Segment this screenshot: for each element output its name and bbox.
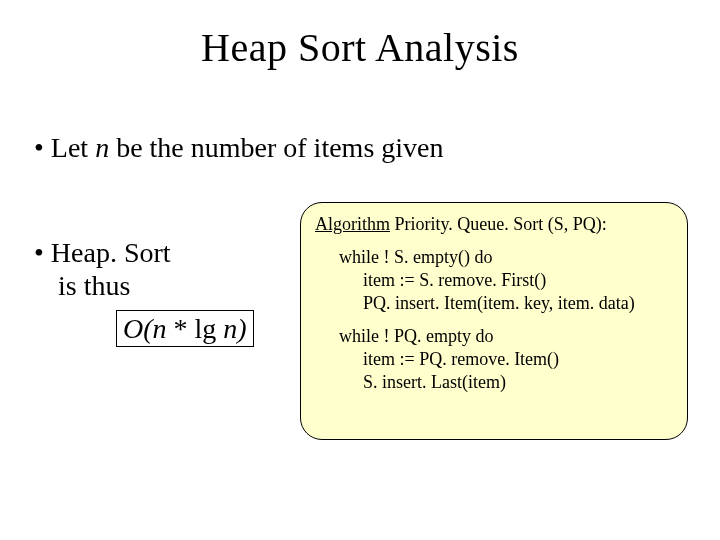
slide-title: Heap Sort Analysis (0, 24, 720, 71)
algorithm-signature: Priority. Queue. Sort (S, PQ): (390, 214, 607, 234)
algo-line-5: item := PQ. remove. Item() (315, 348, 675, 371)
algorithm-block-1: while ! S. empty() do item := S. remove.… (315, 246, 675, 315)
bullet-2-line2: is thus (58, 270, 130, 302)
algo-line-1: while ! S. empty() do (315, 246, 675, 269)
slide: Heap Sort Analysis • Let n be the number… (0, 0, 720, 540)
algorithm-block-2: while ! PQ. empty do item := PQ. remove.… (315, 325, 675, 394)
bullet-1: • Let n be the number of items given (34, 130, 443, 165)
complexity-pre: O(n (123, 313, 167, 344)
bullet-2-line1: • Heap. Sort (34, 235, 171, 270)
algorithm-box: Algorithm Priority. Queue. Sort (S, PQ):… (300, 202, 688, 440)
bullet-1-n: n (95, 132, 109, 163)
algorithm-keyword: Algorithm (315, 214, 390, 234)
complexity-box: O(n * lg n) (116, 310, 254, 347)
algo-line-2: item := S. remove. First() (315, 269, 675, 292)
complexity-mid: * lg (167, 313, 224, 344)
algo-line-4: while ! PQ. empty do (315, 325, 675, 348)
bullet-1-post: be the number of items given (109, 132, 443, 163)
algo-line-6: S. insert. Last(item) (315, 371, 675, 394)
algorithm-header: Algorithm Priority. Queue. Sort (S, PQ): (315, 213, 675, 236)
algo-line-3: PQ. insert. Item(item. key, item. data) (315, 292, 675, 315)
complexity-post: n) (223, 313, 246, 344)
bullet-1-pre: • Let (34, 132, 95, 163)
